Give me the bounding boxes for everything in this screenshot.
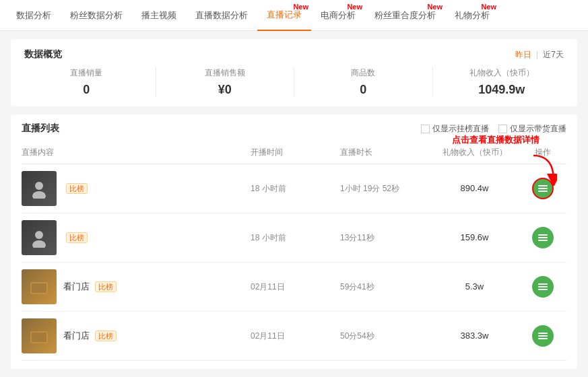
nav-badge-ecom: New [347, 3, 362, 11]
nav-badge-gift: New [481, 3, 496, 11]
row-3-thumbnail [22, 269, 57, 304]
row-3-action-button[interactable] [532, 276, 554, 298]
nav-item-live-analysis[interactable]: 直播数据分析 [186, 0, 257, 31]
live-list-section: 直播列表 仅显示挂榜直播 仅显示带货直播 直播内容 开播时间 直播 [11, 114, 577, 369]
row-2-duration: 13分11秒 [340, 232, 430, 244]
row-3-gift: 5.3w [430, 281, 519, 293]
row-1-content: 比榜 [22, 171, 251, 206]
stat-live-sales-count: 直播销量 0 [24, 67, 149, 97]
overview-card: 数据概览 昨日 | 近7天 直播销量 0 直播销售额 ¥0 商品数 0 [11, 39, 577, 106]
svg-point-0 [35, 182, 43, 190]
table-row: 比榜 18 小时前 1小时 19分 52秒 890.4w 点击查看直播数据详情 [22, 164, 566, 213]
menu-icon [538, 283, 548, 290]
list-header: 直播列表 仅显示挂榜直播 仅显示带货直播 [22, 123, 566, 135]
svg-point-3 [32, 240, 46, 248]
table-row: 看门店 比榜 02月11日 59分41秒 5.3w [22, 263, 566, 312]
row-3-content: 看门店 比榜 [22, 269, 251, 304]
overview-title: 数据概览 [24, 48, 62, 61]
nav-item-gift-analysis[interactable]: 礼物分析 New [445, 0, 499, 31]
col-header-content: 直播内容 [22, 147, 251, 158]
filter-ranked[interactable]: 仅显示挂榜直播 [421, 123, 489, 135]
col-header-gift: 礼物收入（快币） [430, 147, 519, 158]
row-1-thumbnail [22, 171, 57, 206]
nav-item-ecom-analysis[interactable]: 电商分析 New [311, 0, 365, 31]
row-1-gift: 890.4w [430, 182, 519, 195]
svg-rect-5 [32, 283, 46, 293]
date-sep: | [536, 50, 538, 59]
table-row: 比榜 18 小时前 13分11秒 159.6w [22, 213, 566, 263]
col-header-duration: 直播时长 [340, 147, 430, 158]
menu-icon [538, 333, 548, 339]
row-1-start: 18 小时前 [251, 183, 340, 195]
annotation-text: 点击查看直播数据详情 [452, 134, 540, 146]
row-1-label: 比榜 [63, 183, 88, 194]
stat-divider-1 [156, 67, 156, 97]
checkbox-ranked[interactable] [421, 125, 430, 133]
stats-row: 直播销量 0 直播销售额 ¥0 商品数 0 礼物收入（快币） 1049.9w [24, 67, 564, 97]
table-row: 看门店 比榜 02月11日 50分54秒 383.3w [22, 312, 566, 361]
row-4-start: 02月11日 [251, 331, 340, 342]
date-filter: 昨日 | 近7天 [515, 49, 564, 61]
svg-rect-7 [32, 333, 46, 342]
row-4-label: 看门店 比榜 [63, 330, 117, 342]
nav-badge-fans-overlap: New [427, 3, 443, 11]
row-2-start: 18 小时前 [251, 232, 340, 244]
list-filters: 仅显示挂榜直播 仅显示带货直播 [421, 123, 566, 135]
row-2-thumbnail [22, 220, 57, 255]
nav-item-data-analysis[interactable]: 数据分析 [7, 0, 61, 31]
list-title: 直播列表 [22, 123, 59, 135]
row-3-action [519, 276, 566, 298]
row-4-action-button[interactable] [532, 325, 554, 347]
stat-live-sales-amount: 直播销售额 ¥0 [163, 67, 288, 97]
svg-point-2 [35, 231, 43, 239]
date-yesterday[interactable]: 昨日 [515, 50, 531, 59]
svg-point-1 [32, 191, 46, 199]
red-arrow-icon [530, 152, 557, 186]
nav-item-fans-overlap[interactable]: 粉丝重合度分析 New [365, 0, 445, 31]
row-4-thumbnail [22, 318, 57, 353]
row-2-action [519, 227, 566, 248]
row-4-action [519, 325, 566, 347]
nav-item-live-record[interactable]: 直播记录 New [257, 0, 311, 31]
stat-product-count: 商品数 0 [301, 67, 426, 97]
overview-header: 数据概览 昨日 | 近7天 [24, 48, 564, 61]
filter-goods[interactable]: 仅显示带货直播 [498, 123, 566, 135]
stat-divider-3 [432, 67, 433, 97]
nav-item-anchor-video[interactable]: 播主视频 [132, 0, 186, 31]
checkbox-goods[interactable] [498, 125, 507, 133]
row-1-action: 点击查看直播数据详情 [519, 178, 566, 199]
row-4-duration: 50分54秒 [340, 331, 430, 342]
row-3-duration: 59分41秒 [340, 281, 430, 293]
row-2-gift: 159.6w [430, 232, 519, 244]
col-header-start: 开播时间 [251, 147, 340, 158]
row-3-start: 02月11日 [251, 281, 340, 293]
nav-item-fans-analysis[interactable]: 粉丝数据分析 [61, 0, 132, 31]
date-week[interactable]: 近7天 [543, 50, 564, 59]
main-content: 数据概览 昨日 | 近7天 直播销量 0 直播销售额 ¥0 商品数 0 [0, 31, 588, 377]
menu-icon [538, 185, 548, 192]
row-4-content: 看门店 比榜 [22, 318, 251, 353]
row-3-label: 看门店 比榜 [63, 281, 117, 293]
stat-divider-2 [294, 67, 294, 97]
row-4-gift: 383.3w [430, 330, 519, 342]
nav-badge-live-record: New [293, 3, 308, 11]
top-navigation: 数据分析 粉丝数据分析 播主视频 直播数据分析 直播记录 New 电商分析 Ne… [0, 0, 588, 31]
menu-icon [538, 234, 548, 241]
row-2-action-button[interactable] [532, 227, 554, 248]
row-1-duration: 1小时 19分 52秒 [340, 183, 430, 195]
stat-gift-income: 礼物收入（快币） 1049.9w [440, 67, 564, 97]
row-2-content: 比榜 [22, 220, 251, 255]
row-2-label: 比榜 [63, 232, 88, 243]
annotation-container: 点击查看直播数据详情 [452, 134, 540, 146]
